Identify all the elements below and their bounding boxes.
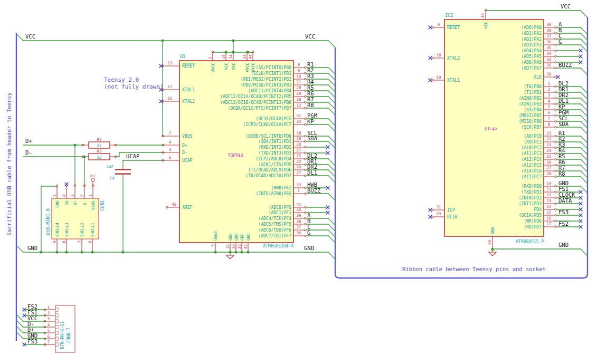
vcc-symbol-label: VCC <box>90 174 96 178</box>
pin-number: 38 <box>296 219 301 224</box>
net-label: R8 <box>307 102 314 108</box>
pin-name: (OC0B/SCL/INT0)PD0 <box>245 134 291 139</box>
bus-entry <box>581 92 587 99</box>
pin-name: (OC1A)PD5 <box>519 213 542 218</box>
junction-dot <box>491 247 494 250</box>
bus-entry <box>328 124 335 131</box>
pin-name: (SS/PCINT0)PB0 <box>256 65 292 70</box>
bus-entry <box>581 116 587 122</box>
pin-name: (MISO)PB6 <box>519 119 542 124</box>
pin-number: 15 <box>546 210 551 215</box>
pin-number: 10 <box>296 74 301 79</box>
pin-number: 27 <box>296 170 301 175</box>
pin-name: (AD4)PA4 <box>521 49 542 53</box>
pin-number: 1 <box>88 194 93 197</box>
pin-name: (AD1)PA1 <box>521 31 542 36</box>
pin-name: D- <box>182 150 187 155</box>
pin-number: 19 <box>436 75 441 80</box>
bus-entry <box>328 176 335 183</box>
pin-number: 3 <box>169 147 172 152</box>
pin-name: ALE <box>534 75 542 80</box>
junction-dot <box>161 39 164 42</box>
pin-number: 3 <box>48 317 50 321</box>
pin-number: 2 <box>548 87 551 92</box>
pin-number: 7 <box>548 116 551 121</box>
pin-name: (XCK1/CTS)PD5 <box>258 162 291 167</box>
pin-number: 25 <box>296 154 301 158</box>
u1-reference: U1 <box>180 54 185 59</box>
pin-number: 25 <box>546 154 551 159</box>
pin-name: (AD5)PA5 <box>521 54 542 59</box>
bus-entry <box>581 171 587 178</box>
bus-entry <box>328 102 335 109</box>
teensy-note: Teensy 2.0 <box>104 76 139 83</box>
bus-entry <box>328 91 335 98</box>
junction-dot <box>247 251 249 253</box>
pin-name: (INT6/AIN0)PE6 <box>256 191 292 196</box>
pin-name: GND <box>490 227 495 234</box>
pin-name: (PDI/MOSI/PCINT2)PB2 <box>241 77 292 82</box>
bus-entry <box>581 68 587 75</box>
pin-number: 41 <box>296 202 301 207</box>
pin-name: GND <box>228 233 233 241</box>
bus-entry <box>581 177 587 184</box>
bus-entry <box>581 121 587 128</box>
bus-entry <box>16 320 23 327</box>
pin-number: 30 <box>546 72 552 76</box>
pin-name: (RXD/INT2)PD2 <box>258 145 291 150</box>
pin-number: 5 <box>211 244 215 247</box>
net-label: SDA <box>558 121 569 127</box>
pin-name: D+ <box>182 143 187 148</box>
net-label: UCAP <box>126 153 139 159</box>
junction-dot <box>65 251 68 253</box>
bus-entry <box>581 154 587 160</box>
pin-name: AREF <box>182 205 192 210</box>
net-label: SDA <box>307 135 318 141</box>
bus-entry <box>328 224 335 231</box>
pin-number: 7 <box>48 340 50 344</box>
net-label: GND <box>27 245 37 251</box>
pin-name: (A11)PC3 <box>521 151 542 156</box>
wire <box>328 252 335 259</box>
ribbon-cable-note: Ribbon cable between Teensy pins and soc… <box>402 266 546 272</box>
bus-entry <box>328 194 335 200</box>
bus-entry <box>16 314 23 321</box>
pin-circle <box>55 320 59 323</box>
junction-dot <box>232 51 234 53</box>
junction-dot <box>121 251 124 253</box>
pin-number: 6 <box>88 241 92 243</box>
net-label: D- <box>25 149 32 156</box>
bus-entry <box>328 119 335 126</box>
pin-name: (T0)PB0 <box>524 84 542 89</box>
pin-name: (ICP2/ADC8)PD4 <box>256 157 292 161</box>
bus-entry <box>581 186 587 193</box>
bus-entry <box>581 148 587 155</box>
pin-name: (AD6)PA6 <box>521 60 542 65</box>
junction-dot <box>224 51 227 53</box>
u1-value: ATMEGA32U4-A <box>263 244 293 248</box>
pin-name: UGND <box>213 231 218 241</box>
pin-number: 1 <box>548 81 551 86</box>
net-label: FS2 <box>558 221 568 227</box>
pin-number: 31 <box>296 113 301 118</box>
pin-number: 3 <box>70 194 75 197</box>
pin-number: 16 <box>546 216 552 221</box>
teensy-note: (not fully drawn) <box>104 83 164 90</box>
pin-name: (ICP3/CLK0/OC4A)PC7 <box>243 122 291 127</box>
pin-number: 23 <box>231 244 236 249</box>
net-label: R8 <box>558 170 565 177</box>
pin-number: 6 <box>48 334 50 339</box>
pin-number: 8 <box>62 241 67 243</box>
pin-name: (PDO/MISO/PCINT3)PB3 <box>241 83 292 88</box>
pin-number: 7 <box>169 131 172 136</box>
bus-entry <box>328 236 335 243</box>
pin-name: D- <box>82 200 87 205</box>
c4-value: 1uF <box>106 164 113 169</box>
pin-number: 37 <box>296 225 301 229</box>
pin-name: AVCC <box>245 63 250 72</box>
pin-name: (ADC4/TCK)PF4 <box>258 216 291 221</box>
pin-number: 34 <box>546 51 552 56</box>
net-label: VCC <box>561 3 571 9</box>
pin-number: 39 <box>546 22 551 27</box>
bus-entry <box>581 45 587 52</box>
